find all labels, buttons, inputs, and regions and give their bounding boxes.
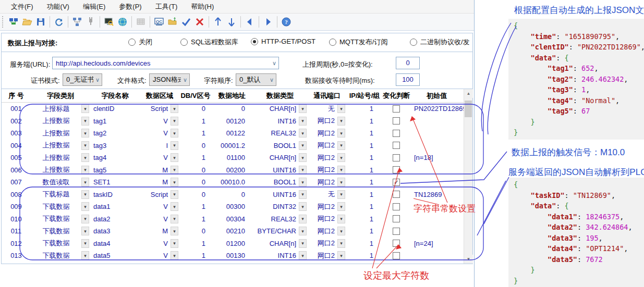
delete-x-button[interactable] bbox=[193, 15, 206, 29]
dropdown-button[interactable]: ▾ bbox=[299, 215, 307, 223]
dropdown-button[interactable]: ▾ bbox=[81, 153, 89, 162]
chevron-down-icon[interactable]: ∨ bbox=[181, 77, 189, 83]
dropdown-button[interactable]: ▾ bbox=[81, 190, 89, 199]
table-row[interactable]: 004上报数据▾tag3I▾000001.2BOOL1▾网口2▾1 bbox=[2, 140, 464, 152]
menu-function[interactable]: 功能(V) bbox=[40, 0, 76, 14]
dropdown-button[interactable]: ▾ bbox=[337, 239, 345, 248]
radio-option-1[interactable]: SQL远程数据库 bbox=[180, 38, 238, 47]
dropdown-button[interactable]: ▾ bbox=[337, 104, 345, 113]
dropdown-button[interactable]: ▾ bbox=[171, 129, 178, 138]
radio-icon[interactable] bbox=[128, 39, 136, 46]
radio-option-2[interactable]: HTTP-GET/POST bbox=[251, 38, 315, 45]
move-down-button[interactable] bbox=[225, 15, 238, 29]
save-button[interactable] bbox=[34, 15, 47, 29]
change-checkbox[interactable] bbox=[393, 105, 400, 113]
apply-check-button[interactable] bbox=[179, 15, 193, 29]
table-row[interactable]: 001上报标题▾clentIDScript▾00CHAR[n]▾无▾1PN202… bbox=[2, 103, 464, 115]
change-checkbox[interactable] bbox=[393, 142, 400, 149]
table-row[interactable]: 008下载标题▾taskIDScript▾00UINT16▾无▾1TN12869 bbox=[2, 189, 464, 201]
table-row[interactable]: 012下载数据▾data4V▾101200CHAR[n]▾网口2▾1[n=24] bbox=[2, 238, 464, 250]
dropdown-button[interactable]: ▾ bbox=[81, 141, 89, 150]
nav-right-button[interactable] bbox=[261, 15, 275, 29]
change-checkbox[interactable] bbox=[393, 240, 400, 247]
open-file-button[interactable] bbox=[20, 15, 34, 29]
monitor-search-button[interactable] bbox=[102, 15, 116, 29]
dropdown-button[interactable]: ▾ bbox=[337, 178, 345, 186]
menu-tools[interactable]: 工具(T) bbox=[149, 0, 185, 14]
table-row[interactable]: 007数值读取▾SET1M▾000010.0BOOL1▾网口2▾1✓ bbox=[2, 176, 464, 189]
menu-file[interactable]: 文件(F) bbox=[4, 0, 40, 14]
table-row[interactable]: 011下载数据▾data3M▾000210BYTE/CHAR▾网口2▾1 bbox=[2, 225, 464, 238]
receive-wait-input[interactable]: 100 bbox=[396, 73, 420, 86]
dropdown-button[interactable]: ▾ bbox=[81, 227, 89, 235]
dropdown-button[interactable]: ▾ bbox=[81, 117, 89, 126]
file-format-combo[interactable]: JSON格式0 ∨ bbox=[149, 73, 190, 86]
dropdown-button[interactable]: ▾ bbox=[299, 166, 307, 174]
change-checkbox[interactable] bbox=[393, 191, 400, 198]
dropdown-button[interactable]: ▾ bbox=[299, 190, 307, 199]
change-checkbox[interactable] bbox=[393, 117, 400, 124]
table-row[interactable]: 009下载数据▾data1V▾100300DINT32▾网口2▾1 bbox=[2, 201, 464, 213]
dropdown-button[interactable]: ▾ bbox=[299, 178, 307, 186]
help-button[interactable]: ? bbox=[280, 15, 293, 29]
dropdown-button[interactable]: ▾ bbox=[171, 202, 178, 211]
dropdown-button[interactable]: ▾ bbox=[299, 129, 307, 138]
dropdown-button[interactable]: ▾ bbox=[171, 215, 178, 223]
dropdown-button[interactable]: ▾ bbox=[81, 239, 89, 248]
nav-left-button[interactable] bbox=[243, 15, 257, 29]
dropdown-button[interactable]: ▾ bbox=[337, 227, 345, 235]
change-checkbox[interactable] bbox=[393, 154, 400, 161]
dropdown-button[interactable]: ▾ bbox=[81, 202, 89, 211]
chevron-down-icon[interactable]: ∨ bbox=[93, 77, 102, 83]
scroll-up-icon[interactable]: ▲ bbox=[464, 89, 473, 98]
char-order-combo[interactable]: 0_默认 ∨ bbox=[236, 73, 276, 86]
change-checkbox[interactable] bbox=[393, 166, 400, 173]
dropdown-button[interactable]: ▾ bbox=[81, 129, 89, 138]
server-url-combo[interactable]: http://api.heclouds.com/devices ∨ bbox=[52, 57, 279, 69]
change-checkbox-checked[interactable]: ✓ bbox=[393, 179, 400, 186]
dropdown-button[interactable]: ▾ bbox=[337, 141, 345, 150]
change-checkbox[interactable] bbox=[393, 215, 400, 222]
dropdown-button[interactable]: ▾ bbox=[171, 239, 178, 248]
dropdown-button[interactable]: ▾ bbox=[171, 227, 178, 235]
chevron-down-icon[interactable]: ∨ bbox=[268, 77, 276, 83]
radio-option-4[interactable]: 二进制协议收/发 bbox=[410, 38, 470, 47]
dropdown-button[interactable]: ▾ bbox=[299, 117, 307, 126]
dropdown-button[interactable]: ▾ bbox=[171, 117, 178, 126]
move-up-button[interactable] bbox=[211, 15, 225, 29]
change-checkbox[interactable] bbox=[393, 203, 400, 210]
dropdown-button[interactable]: ▾ bbox=[337, 202, 345, 211]
dropdown-button[interactable]: ▾ bbox=[171, 166, 178, 174]
change-checkbox[interactable] bbox=[393, 252, 400, 259]
dropdown-button[interactable]: ▾ bbox=[299, 141, 307, 150]
dropdown-button[interactable]: ▾ bbox=[299, 227, 307, 235]
folder-export-button[interactable] bbox=[166, 15, 179, 29]
radio-option-3[interactable]: MQTT发布/订阅 bbox=[329, 38, 387, 47]
menu-help[interactable]: 帮助(H) bbox=[184, 0, 221, 14]
dropdown-button[interactable]: ▾ bbox=[171, 190, 178, 199]
change-checkbox[interactable] bbox=[393, 228, 400, 235]
change-checkbox[interactable] bbox=[393, 130, 400, 137]
dropdown-button[interactable]: ▾ bbox=[81, 251, 89, 260]
dropdown-button[interactable]: ▾ bbox=[81, 166, 89, 174]
radio-icon[interactable] bbox=[180, 39, 188, 46]
qc-monitor-button[interactable]: QC bbox=[152, 15, 166, 29]
dropdown-button[interactable]: ▾ bbox=[81, 215, 89, 223]
dropdown-button[interactable]: ▾ bbox=[171, 141, 178, 150]
dropdown-button[interactable]: ▾ bbox=[171, 104, 178, 113]
dropdown-button[interactable]: ▾ bbox=[299, 239, 307, 248]
table-row[interactable]: 005上报数据▾tag4V▾101100CHAR[n]▾网口2▾1[n=18] bbox=[2, 152, 464, 164]
radio-icon[interactable] bbox=[410, 39, 417, 46]
refresh-button[interactable] bbox=[52, 15, 66, 29]
dropdown-button[interactable]: ▾ bbox=[299, 104, 307, 113]
grid-button[interactable] bbox=[134, 15, 148, 29]
scroll-down-icon[interactable]: ▼ bbox=[464, 255, 473, 264]
radio-icon[interactable] bbox=[329, 39, 336, 46]
plug-button[interactable] bbox=[84, 15, 98, 29]
dropdown-button[interactable]: ▾ bbox=[299, 153, 307, 162]
dropdown-button[interactable]: ▾ bbox=[171, 178, 178, 186]
table-row[interactable]: 006上报数据▾tag5M▾000200UINT16▾网口2▾1 bbox=[2, 164, 464, 177]
scrollbar-thumb[interactable] bbox=[465, 101, 472, 117]
table-row[interactable]: 003上报数据▾tag2V▾100122REAL32▾网口2▾1 bbox=[2, 127, 464, 140]
cert-mode-combo[interactable]: 0_无证书 ∨ bbox=[63, 73, 102, 86]
